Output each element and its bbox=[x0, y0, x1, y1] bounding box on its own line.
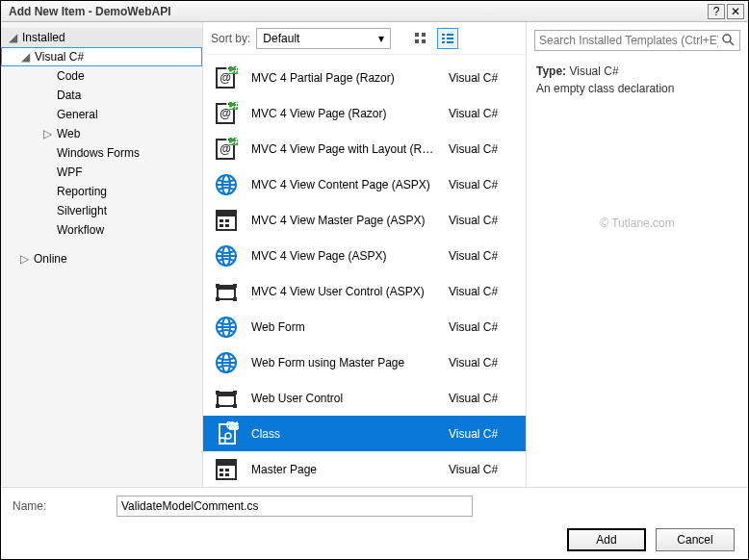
svg-text:C#: C# bbox=[226, 137, 239, 147]
tree-item[interactable]: ◢Visual C# bbox=[1, 47, 202, 66]
template-pane: Sort by: Default ▾ @C#MVC 4 Layout Page … bbox=[203, 22, 527, 487]
tree-item[interactable]: ◢Installed bbox=[1, 28, 202, 47]
view-list-button[interactable] bbox=[437, 28, 458, 49]
template-name: Web Form using Master Page bbox=[251, 356, 437, 369]
tree-item-label: Windows Forms bbox=[57, 146, 140, 160]
template-language: Visual C# bbox=[449, 392, 516, 405]
search-icon[interactable] bbox=[721, 33, 735, 46]
tree-item-label: Visual C# bbox=[35, 50, 84, 64]
template-row[interactable]: MVC 4 View User Control (ASPX)Visual C# bbox=[203, 273, 526, 309]
tree-item-label: General bbox=[57, 108, 98, 121]
svg-rect-5 bbox=[447, 34, 453, 36]
svg-line-60 bbox=[224, 438, 226, 439]
tree-item-label: Data bbox=[57, 89, 81, 102]
tree-arrow-icon: ▷ bbox=[20, 252, 30, 266]
template-row[interactable]: @C#MVC 4 View Page with Layout (Razor)Vi… bbox=[203, 131, 526, 166]
uctrl-icon bbox=[213, 385, 240, 412]
tree-item-label: Online bbox=[34, 252, 67, 266]
template-name: MVC 4 View Page (Razor) bbox=[251, 107, 437, 120]
tree-item-label: Reporting bbox=[57, 185, 107, 198]
class-icon: C# bbox=[213, 420, 240, 447]
template-description: An empty class declaration bbox=[536, 82, 738, 95]
template-language: Visual C# bbox=[449, 142, 516, 156]
template-language: Visual C# bbox=[449, 285, 516, 298]
master-icon bbox=[213, 207, 240, 234]
tree-item[interactable]: WPF bbox=[1, 163, 202, 182]
globe-icon bbox=[213, 242, 240, 269]
svg-rect-41 bbox=[233, 284, 237, 288]
tree-item[interactable]: Windows Forms bbox=[1, 143, 202, 163]
template-row[interactable]: C#ClassVisual C# bbox=[203, 416, 526, 451]
template-language: Visual C# bbox=[449, 107, 516, 120]
template-row[interactable]: Web FormVisual C# bbox=[203, 309, 526, 344]
template-language: Visual C# bbox=[449, 427, 516, 441]
svg-rect-9 bbox=[447, 41, 453, 43]
tree-item[interactable]: Code bbox=[1, 66, 202, 86]
svg-rect-33 bbox=[220, 224, 223, 227]
template-row[interactable]: Web User ControlVisual C# bbox=[203, 380, 526, 416]
tree-item[interactable]: General bbox=[1, 105, 202, 124]
main-area: ◢Installed◢Visual C#CodeDataGeneral▷WebW… bbox=[1, 22, 748, 487]
svg-rect-2 bbox=[415, 39, 419, 43]
razor-icon: @C# bbox=[213, 136, 240, 163]
template-row[interactable]: Web Form using Master PageVisual C# bbox=[203, 344, 526, 380]
template-row[interactable]: @C#MVC 4 View Page (Razor)Visual C# bbox=[203, 95, 526, 131]
svg-rect-0 bbox=[415, 33, 419, 37]
svg-rect-43 bbox=[233, 297, 237, 301]
titlebar[interactable]: Add New Item - DemoWebAPI ? ✕ bbox=[1, 1, 748, 22]
view-small-icons-button[interactable] bbox=[410, 28, 431, 49]
tree-item-label: Workflow bbox=[57, 223, 104, 237]
tree-item[interactable]: Reporting bbox=[1, 182, 202, 201]
tree-item[interactable]: ▷Web bbox=[1, 124, 202, 143]
tree-item[interactable]: Workflow bbox=[1, 220, 202, 240]
template-language: Visual C# bbox=[449, 249, 516, 263]
grid-small-icon bbox=[414, 32, 427, 45]
svg-rect-31 bbox=[220, 219, 223, 222]
add-button[interactable]: Add bbox=[567, 528, 646, 551]
template-name: Master Page bbox=[251, 463, 437, 476]
tree-item-label: WPF bbox=[57, 165, 83, 179]
tree-arrow-icon: ◢ bbox=[21, 50, 31, 64]
razor-icon: @C# bbox=[213, 64, 240, 91]
svg-text:C#: C# bbox=[226, 65, 239, 76]
footer-buttons: Add Cancel bbox=[1, 521, 748, 559]
template-row[interactable]: @C#MVC 4 Partial Page (Razor)Visual C# bbox=[203, 60, 526, 95]
category-tree[interactable]: ◢Installed◢Visual C#CodeDataGeneral▷WebW… bbox=[1, 22, 203, 487]
template-row[interactable]: MVC 4 View Master Page (ASPX)Visual C# bbox=[203, 202, 526, 238]
tree-item[interactable]: ▷Online bbox=[1, 249, 202, 268]
search-wrap bbox=[527, 30, 748, 59]
tree-item[interactable]: Silverlight bbox=[1, 201, 202, 220]
svg-rect-42 bbox=[216, 297, 220, 301]
template-name: MVC 4 View Page (ASPX) bbox=[251, 249, 437, 263]
template-row[interactable]: MVC 4 View Content Page (ASPX)Visual C# bbox=[203, 166, 526, 202]
svg-rect-53 bbox=[233, 391, 237, 395]
template-list[interactable]: @C#MVC 4 Layout Page (Razor)Visual C#@C#… bbox=[203, 55, 526, 487]
sort-by-combo[interactable]: Default ▾ bbox=[256, 28, 391, 49]
type-label: Type: bbox=[536, 64, 566, 78]
chevron-down-icon: ▾ bbox=[378, 32, 384, 45]
cancel-button[interactable]: Cancel bbox=[656, 528, 735, 551]
template-row[interactable]: MVC 4 View Page (ASPX)Visual C# bbox=[203, 238, 526, 273]
name-row: Name: bbox=[1, 487, 748, 521]
name-label: Name: bbox=[13, 499, 99, 513]
name-input[interactable] bbox=[116, 496, 473, 517]
globe-icon bbox=[213, 349, 240, 376]
svg-rect-52 bbox=[216, 391, 220, 395]
tree-item[interactable]: Data bbox=[1, 86, 202, 105]
template-name: MVC 4 Partial Page (Razor) bbox=[251, 71, 437, 85]
svg-rect-40 bbox=[216, 284, 220, 288]
search-input[interactable] bbox=[534, 30, 740, 51]
tree-arrow-icon: ◢ bbox=[9, 31, 18, 44]
tree-item-label: Code bbox=[57, 69, 85, 83]
globe-icon bbox=[213, 171, 240, 198]
uctrl-icon bbox=[213, 278, 240, 305]
svg-rect-4 bbox=[442, 34, 445, 36]
template-row[interactable]: Master PageVisual C# bbox=[203, 451, 526, 487]
type-value: Visual C# bbox=[569, 64, 618, 78]
close-button[interactable]: ✕ bbox=[727, 4, 744, 19]
tree-arrow-icon: ▷ bbox=[43, 127, 53, 140]
svg-rect-8 bbox=[442, 41, 445, 43]
template-name: MVC 4 View Content Page (ASPX) bbox=[251, 178, 437, 191]
svg-rect-30 bbox=[217, 211, 236, 216]
help-button[interactable]: ? bbox=[708, 4, 725, 19]
